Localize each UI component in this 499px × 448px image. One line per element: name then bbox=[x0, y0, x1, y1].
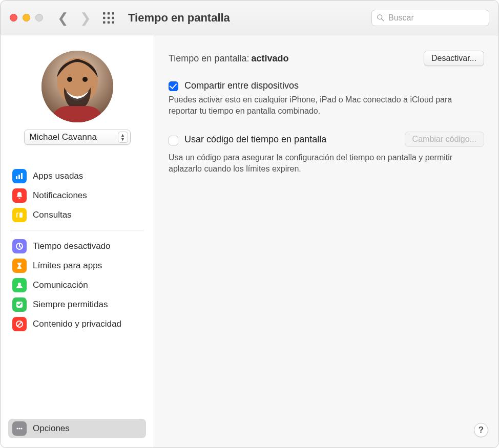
svg-rect-1 bbox=[108, 12, 110, 15]
sidebar-item-label: Tiempo desactivado bbox=[33, 241, 111, 251]
svg-rect-3 bbox=[103, 16, 106, 19]
back-button[interactable]: ❮ bbox=[57, 11, 69, 25]
svg-rect-16 bbox=[18, 175, 20, 179]
main-content: Tiempo en pantalla: activado Desactivar.… bbox=[154, 35, 498, 447]
svg-line-23 bbox=[17, 322, 22, 326]
sidebar-item-allowed[interactable]: Siempre permitidas bbox=[8, 295, 146, 314]
sidebar-item-options[interactable]: Opciones bbox=[8, 419, 146, 438]
search-field-wrap[interactable] bbox=[371, 10, 489, 26]
separator bbox=[10, 230, 144, 230]
sidebar-item-label: Apps usadas bbox=[33, 171, 83, 181]
forward-button[interactable]: ❯ bbox=[80, 11, 91, 25]
svg-point-24 bbox=[16, 428, 18, 429]
user-select-label: Michael Cavanna bbox=[30, 132, 118, 142]
nav-buttons: ❮ ❯ bbox=[57, 11, 91, 25]
search-input[interactable] bbox=[387, 10, 484, 26]
minimize-window-button[interactable] bbox=[23, 14, 30, 22]
turn-off-button[interactable]: Desactivar... bbox=[424, 51, 484, 66]
svg-rect-6 bbox=[103, 21, 106, 24]
sidebar-item-comm[interactable]: Comunicación bbox=[8, 275, 146, 295]
sidebar-item-limits[interactable]: Límites para apps bbox=[8, 256, 146, 275]
sidebar-item-label: Consultas bbox=[33, 210, 72, 220]
svg-rect-0 bbox=[103, 12, 106, 15]
zoom-window-button[interactable] bbox=[35, 14, 43, 22]
bar-chart-icon bbox=[12, 169, 27, 183]
pickup-icon bbox=[12, 208, 27, 222]
passcode-desc: Usa un código para asegurar la configura… bbox=[169, 152, 481, 174]
window-title: Tiempo en pantalla bbox=[128, 11, 230, 25]
passcode-title: Usar código del tiempo en pantalla bbox=[184, 134, 326, 145]
svg-rect-17 bbox=[21, 173, 23, 179]
share-checkbox[interactable] bbox=[169, 81, 178, 91]
user-avatar[interactable] bbox=[41, 51, 113, 122]
bell-icon bbox=[12, 188, 27, 203]
traffic-lights bbox=[10, 14, 43, 22]
share-title: Compartir entre dispositivos bbox=[184, 80, 299, 91]
close-window-button[interactable] bbox=[10, 14, 17, 22]
sidebar-item-downtime[interactable]: Tiempo desactivado bbox=[8, 237, 146, 256]
status-value: activado bbox=[251, 53, 288, 64]
check-shield-icon bbox=[12, 297, 27, 312]
svg-rect-18 bbox=[19, 212, 23, 218]
sidebar-item-content[interactable]: Contenido y privacidad bbox=[8, 314, 146, 334]
svg-rect-7 bbox=[108, 21, 110, 24]
dots-icon bbox=[12, 421, 27, 436]
contact-icon bbox=[12, 278, 27, 292]
status-row: Tiempo en pantalla: activado Desactivar.… bbox=[169, 51, 484, 66]
sidebar-item-label: Contenido y privacidad bbox=[33, 319, 121, 329]
passcode-block: Usar código del tiempo en pantalla Cambi… bbox=[169, 132, 484, 174]
sidebar-item-label: Notificaciones bbox=[33, 190, 87, 201]
sidebar-item-label: Siempre permitidas bbox=[33, 300, 108, 310]
chevron-updown-icon: ▲▼ bbox=[118, 132, 128, 143]
svg-rect-15 bbox=[16, 176, 17, 179]
share-desc: Puedes activar esto en cualquier iPhone,… bbox=[169, 94, 481, 116]
hourglass-icon bbox=[12, 259, 27, 273]
svg-rect-2 bbox=[112, 12, 115, 15]
sidebar-item-label: Límites para apps bbox=[33, 261, 102, 271]
sidebar-item-apps[interactable]: Apps usadas bbox=[8, 166, 146, 186]
no-entry-icon bbox=[12, 317, 27, 331]
toolbar: ❮ ❯ Tiempo en pantalla bbox=[1, 1, 498, 35]
sidebar: Michael Cavanna ▲▼ Apps usadas bbox=[1, 35, 154, 447]
svg-point-25 bbox=[18, 428, 20, 429]
clock-moon-icon bbox=[12, 239, 27, 253]
svg-line-10 bbox=[382, 19, 384, 21]
change-passcode-button[interactable]: Cambiar código... bbox=[405, 132, 484, 147]
sidebar-item-pickups[interactable]: Consultas bbox=[8, 205, 146, 225]
user-select[interactable]: Michael Cavanna ▲▼ bbox=[24, 130, 131, 145]
passcode-checkbox[interactable] bbox=[169, 136, 178, 145]
svg-point-14 bbox=[82, 77, 88, 82]
sidebar-nav: Apps usadas Notificaciones Consultas bbox=[1, 151, 154, 334]
svg-point-13 bbox=[67, 77, 72, 82]
show-all-prefs-button[interactable] bbox=[102, 12, 115, 24]
help-button[interactable]: ? bbox=[474, 423, 488, 437]
svg-rect-8 bbox=[112, 21, 115, 24]
sidebar-item-label: Opciones bbox=[33, 423, 70, 434]
svg-rect-5 bbox=[112, 16, 115, 19]
share-across-devices-block: Compartir entre dispositivos Puedes acti… bbox=[169, 80, 484, 116]
status-label: Tiempo en pantalla: bbox=[169, 53, 249, 64]
svg-rect-4 bbox=[108, 16, 110, 19]
search-icon bbox=[377, 14, 384, 22]
sidebar-item-notif[interactable]: Notificaciones bbox=[8, 186, 146, 205]
svg-point-26 bbox=[20, 428, 22, 429]
sidebar-item-label: Comunicación bbox=[33, 280, 88, 290]
prefs-window: ❮ ❯ Tiempo en pantalla bbox=[0, 0, 499, 448]
